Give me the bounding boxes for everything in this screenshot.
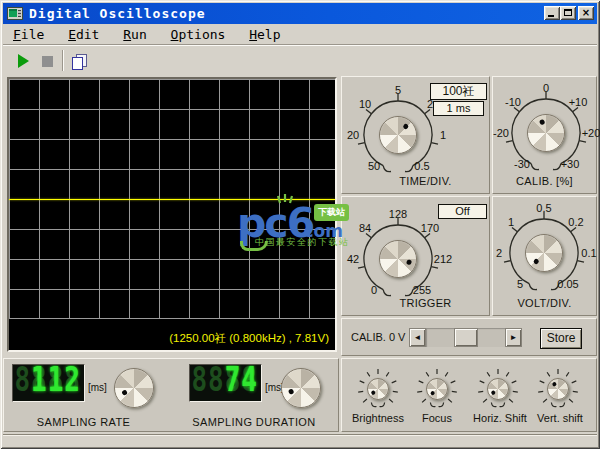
calib-scrollbar: ◄ ► [409, 328, 522, 347]
scale-label: 1 [508, 216, 514, 228]
calib-knob[interactable] [527, 114, 565, 152]
minimize-icon [548, 15, 554, 17]
scale-label: -10 [505, 96, 521, 108]
run-button[interactable] [13, 51, 33, 71]
scale-label: 212 [434, 253, 452, 265]
menu-help[interactable]: Help [241, 24, 288, 44]
scale-label: 0.5 [536, 202, 551, 214]
horiz-shift-knob[interactable] [487, 378, 509, 400]
scroll-right-button[interactable]: ► [505, 328, 522, 347]
knob-indicator-dot [402, 123, 409, 130]
scale-label: -30 [514, 158, 530, 170]
timediv-readout-ms: 1 ms [433, 101, 484, 116]
scale-label: 10 [359, 98, 371, 110]
knob-indicator-dot [533, 258, 540, 265]
sampling-rate-value: 112 [31, 364, 81, 402]
status-bar [3, 434, 597, 446]
scale-label: 0.2 [568, 216, 583, 228]
sampling-rate-display: 8888 112 [12, 364, 85, 402]
signal-trace [9, 199, 335, 200]
close-button[interactable]: × [578, 6, 594, 20]
window-title: Digital Oscilloscope [29, 6, 206, 21]
display-adjust-group: Brightness Focus Horiz. Shift Vert. shif… [341, 358, 597, 432]
scale-label: 128 [389, 208, 407, 220]
scale-label: 84 [359, 222, 371, 234]
trigger-group: 128 170 212 255 0 42 84 Off TRIGGER [341, 196, 490, 316]
toolbar [3, 46, 597, 75]
sampling-duration-knob[interactable] [281, 368, 321, 408]
scrollbar-thumb[interactable] [454, 328, 478, 347]
voltdiv-title: VOLT/DIV. [493, 297, 596, 309]
minimize-button[interactable] [544, 6, 560, 20]
scroll-left-icon: ◄ [414, 333, 422, 342]
trigger-off-button[interactable]: Off [438, 204, 487, 219]
measurement-readout: (1250.00衽 (0.800kHz) , 7.81V) [169, 331, 329, 346]
scale-label: 5 [517, 278, 523, 290]
toolbar-separator [62, 50, 64, 71]
scale-label: 0 [371, 284, 377, 296]
sampling-duration-value: 74 [225, 364, 258, 402]
scroll-left-button[interactable]: ◄ [409, 328, 426, 347]
timediv-readout-us: 100衽 [430, 83, 487, 100]
menu-file[interactable]: File [5, 24, 52, 44]
sampling-duration-display: 8888 74 [189, 364, 262, 402]
scale-label: -20 [493, 127, 509, 139]
calib-zero-bar: CALIB. 0 V ◄ ► Store [341, 318, 597, 356]
sampling-duration-label: SAMPLING DURATION [181, 416, 327, 428]
knob-indicator-dot [288, 389, 295, 396]
voltdiv-group: 0.5 0.2 0.1 0.05 5 2 1 VOLT/DIV. [492, 196, 597, 316]
sampling-rate-knob[interactable] [114, 368, 154, 408]
timediv-knob[interactable] [379, 116, 417, 154]
menu-edit[interactable]: Edit [60, 24, 107, 44]
calib-group: 0 +10 +20 +30 -30 -20 -10 CALIB. [%] [492, 76, 597, 194]
titlebar[interactable]: Digital Oscilloscope × [3, 3, 597, 24]
scrollbar-track[interactable] [426, 328, 505, 347]
scale-label: 5 [395, 84, 401, 96]
copy-button[interactable] [69, 51, 89, 71]
stop-icon [42, 56, 53, 67]
trigger-knob[interactable] [379, 240, 417, 278]
menubar: File Edit Run Options Help [3, 24, 597, 45]
scroll-right-icon: ► [510, 333, 518, 342]
voltdiv-knob[interactable] [525, 234, 563, 272]
app-window: Digital Oscilloscope × File Edit Run Opt… [0, 0, 600, 449]
vert-shift-knob[interactable] [547, 378, 569, 400]
knob-indicator-dot [538, 119, 545, 126]
scale-label: 0.1 [581, 247, 596, 259]
sampling-rate-unit: [ms] [88, 382, 107, 393]
store-button[interactable]: Store [540, 328, 582, 349]
stop-button[interactable] [37, 51, 57, 71]
scale-label: 1 [440, 129, 446, 141]
calib-zero-label: CALIB. 0 V [351, 331, 405, 343]
timediv-group: 5 2 1 0.5 50 20 10 100衽 1 ms TIME/DIV. [341, 76, 490, 194]
copy-icon [72, 54, 86, 69]
knob-indicator-dot [370, 390, 376, 396]
brightness-knob[interactable] [367, 378, 389, 400]
menu-options[interactable]: Options [163, 24, 234, 44]
scale-label: +20 [582, 127, 600, 139]
menu-run[interactable]: Run [115, 24, 154, 44]
scale-label: 255 [413, 284, 431, 296]
scale-label: 0.5 [414, 160, 429, 172]
trigger-title: TRIGGER [362, 297, 489, 309]
vert-shift-label: Vert. shift [520, 412, 600, 424]
focus-knob[interactable] [426, 378, 448, 400]
sampling-group: 8888 112 [ms] SAMPLING RATE 8888 74 [ms]… [3, 358, 339, 432]
app-icon [7, 7, 23, 20]
scale-label: 170 [421, 222, 439, 234]
timediv-title: TIME/DIV. [362, 175, 489, 187]
knob-indicator-dot [552, 381, 558, 387]
scale-label: 0 [543, 82, 549, 94]
knob-indicator-dot [430, 390, 436, 396]
scale-label: 42 [347, 253, 359, 265]
scale-label: +30 [561, 158, 580, 170]
scale-label: +10 [569, 96, 588, 108]
oscilloscope-screen: (1250.00衽 (0.800kHz) , 7.81V) [7, 77, 337, 352]
window-controls: × [544, 6, 594, 20]
knob-indicator-dot [121, 390, 128, 397]
sampling-rate-label: SAMPLING RATE [11, 416, 156, 428]
knob-indicator-dot [490, 390, 496, 396]
maximize-button[interactable] [560, 6, 576, 20]
scale-label: 0.05 [557, 278, 578, 290]
maximize-icon [564, 9, 572, 16]
